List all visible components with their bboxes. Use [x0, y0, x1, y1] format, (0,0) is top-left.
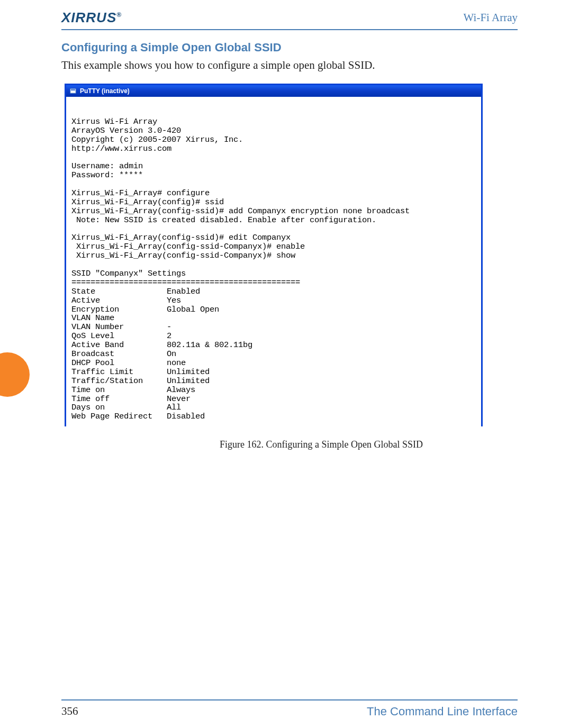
page-number: 356: [61, 705, 78, 718]
page-footer: 356 The Command Line Interface: [61, 699, 518, 718]
section-intro: This example shows you how to configure …: [61, 59, 518, 72]
brand-logo: XIRRUS®: [61, 10, 122, 26]
page-header: XIRRUS® Wi-Fi Array: [61, 10, 518, 30]
svg-rect-1: [71, 89, 75, 90]
brand-text: XIRRUS®: [61, 10, 122, 26]
window-titlebar: PuTTY (inactive): [66, 85, 481, 97]
window-title: PuTTY (inactive): [80, 87, 130, 95]
putty-icon: [69, 87, 77, 95]
terminal-window: PuTTY (inactive) Xirrus Wi-Fi Array Arra…: [65, 84, 483, 426]
figure-caption: Figure 162. Configuring a Simple Open Gl…: [125, 439, 518, 450]
footer-section-name: The Command Line Interface: [367, 705, 518, 718]
page-container: XIRRUS® Wi-Fi Array Configuring a Simple…: [0, 0, 579, 728]
header-product-label: Wi-Fi Array: [464, 11, 518, 24]
section-title: Configuring a Simple Open Global SSID: [61, 41, 518, 54]
terminal-output: Xirrus Wi-Fi Array ArrayOS Version 3.0-4…: [66, 97, 481, 426]
